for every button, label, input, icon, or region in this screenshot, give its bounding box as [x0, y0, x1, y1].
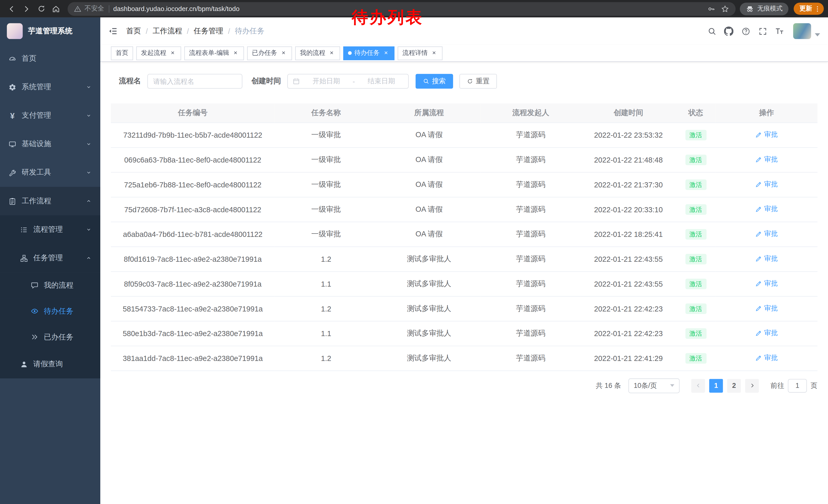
- edit-icon: [755, 305, 762, 312]
- approve-link[interactable]: 审批: [755, 328, 778, 338]
- approve-link[interactable]: 审批: [755, 155, 778, 164]
- sidebar-item-system[interactable]: 系统管理: [0, 73, 100, 101]
- tab-start-process[interactable]: 发起流程×: [136, 46, 181, 60]
- approve-link[interactable]: 审批: [755, 353, 778, 363]
- sidebar-item-leave-query[interactable]: 请假查询: [0, 350, 100, 378]
- fullscreen-button[interactable]: [754, 27, 771, 36]
- page-button-2[interactable]: 2: [727, 379, 741, 393]
- sitemap-icon: [20, 254, 28, 262]
- breadcrumb-home[interactable]: 首页: [126, 27, 141, 36]
- page-button-1[interactable]: 1: [709, 379, 723, 393]
- header-search-button[interactable]: [703, 27, 720, 36]
- tab-process-form-edit[interactable]: 流程表单-编辑×: [184, 46, 244, 60]
- avatar-caret-down-icon[interactable]: [815, 33, 820, 36]
- tab-todo-tasks[interactable]: 待办任务×: [343, 46, 395, 60]
- docs-help-button[interactable]: [737, 27, 754, 36]
- status-badge: 激活: [685, 254, 706, 264]
- chevron-down-icon: [86, 84, 92, 90]
- start-date-placeholder: 开始日期: [304, 77, 348, 86]
- omnibox-divider: [109, 5, 109, 12]
- approve-link[interactable]: 审批: [755, 229, 778, 239]
- col-starter: 流程发起人: [481, 103, 581, 123]
- browser-forward-button[interactable]: [19, 1, 34, 16]
- sidebar-item-process-management[interactable]: 流程管理: [0, 215, 100, 244]
- chevron-down-icon: [86, 170, 92, 176]
- tab-process-detail[interactable]: 流程详情×: [398, 46, 443, 60]
- prev-page-button[interactable]: [691, 379, 705, 393]
- chevron-up-icon: [86, 198, 92, 204]
- next-page-button[interactable]: [745, 379, 759, 393]
- bookmark-star-icon[interactable]: [721, 4, 729, 13]
- date-range-picker[interactable]: 开始日期 - 结束日期: [287, 74, 409, 89]
- font-size-button[interactable]: [771, 27, 788, 36]
- tool-icon: [8, 169, 16, 177]
- app-logo-row[interactable]: 芋道管理系统: [0, 17, 100, 44]
- breadcrumb-workflow[interactable]: 工作流程: [153, 27, 182, 36]
- sidebar-item-my-processes[interactable]: 我的流程: [0, 272, 100, 298]
- sidebar-collapse-button[interactable]: [108, 27, 118, 36]
- close-icon[interactable]: ×: [169, 49, 176, 57]
- table-row: 725a1eb6-7b88-11ec-8ef0-acde48001122一级审批…: [111, 172, 818, 197]
- reset-button[interactable]: 重置: [459, 74, 497, 89]
- edit-icon: [755, 205, 762, 213]
- breadcrumb-task-management[interactable]: 任务管理: [194, 27, 223, 36]
- page-unit-label: 页: [811, 381, 818, 390]
- create-time-label: 创建时间: [251, 77, 281, 86]
- goto-page-input[interactable]: [788, 379, 807, 393]
- edit-icon: [755, 330, 762, 336]
- browser-menu-icon[interactable]: [814, 5, 821, 12]
- sidebar-item-infrastructure[interactable]: 基础设施: [0, 130, 100, 158]
- close-icon[interactable]: ×: [382, 49, 389, 57]
- github-icon: [724, 27, 733, 36]
- page-content: 流程名 创建时间 开始日期 - 结束日期 搜索: [100, 62, 828, 504]
- col-actions: 操作: [716, 103, 818, 123]
- approve-link[interactable]: 审批: [755, 179, 778, 189]
- sidebar-item-todo-tasks[interactable]: 待办任务: [0, 298, 100, 324]
- status-badge: 激活: [685, 154, 706, 165]
- sidebar-item-task-management[interactable]: 任务管理: [0, 244, 100, 272]
- clipboard-icon: [8, 197, 16, 205]
- table-row: a6aba0a4-7b6d-11ec-b781-acde48001122一级审批…: [111, 222, 818, 246]
- approve-link[interactable]: 审批: [755, 279, 778, 288]
- close-icon[interactable]: ×: [430, 49, 438, 57]
- close-icon[interactable]: ×: [232, 49, 239, 57]
- process-name-input[interactable]: [147, 74, 242, 89]
- tab-my-processes[interactable]: 我的流程×: [295, 46, 340, 60]
- tab-done-tasks[interactable]: 已办任务×: [247, 46, 292, 60]
- close-icon[interactable]: ×: [280, 49, 287, 57]
- browser-update-button[interactable]: 更新: [794, 3, 824, 15]
- sidebar-item-dev-tools[interactable]: 研发工具: [0, 158, 100, 187]
- tab-home[interactable]: 首页: [111, 46, 133, 60]
- sidebar-item-workflow[interactable]: 工作流程: [0, 187, 100, 215]
- table-row: 8f0d1619-7ac8-11ec-a9e2-a2380e71991a1.2测…: [111, 246, 818, 271]
- github-link[interactable]: [720, 27, 737, 36]
- address-bar[interactable]: 不安全 dashboard.yudao.iocoder.cn/bpm/task/…: [68, 2, 736, 16]
- table-row: 8f059c03-7ac8-11ec-a9e2-a2380e71991a1.1测…: [111, 271, 818, 296]
- sidebar-item-done-tasks[interactable]: 已办任务: [0, 324, 100, 350]
- search-button[interactable]: 搜索: [416, 74, 453, 89]
- sidebar-item-home[interactable]: 首页: [0, 44, 100, 73]
- table-row: 58154733-7ac8-11ec-a9e2-a2380e71991a1.2测…: [111, 296, 818, 321]
- approve-link[interactable]: 审批: [755, 130, 778, 139]
- edit-icon: [755, 280, 762, 287]
- status-badge: 激活: [685, 328, 706, 338]
- chevron-down-icon: [86, 141, 92, 147]
- approve-link[interactable]: 审批: [755, 254, 778, 264]
- browser-reload-button[interactable]: [34, 1, 49, 16]
- dashboard-icon: [8, 55, 16, 62]
- user-avatar[interactable]: [793, 23, 811, 39]
- end-date-placeholder: 结束日期: [359, 77, 404, 86]
- table-row: 580e1b3d-7ac8-11ec-a9e2-a2380e71991a1.1测…: [111, 321, 818, 346]
- sidebar-item-payment[interactable]: ¥ 支付管理: [0, 101, 100, 130]
- approve-link[interactable]: 审批: [755, 304, 778, 313]
- browser-home-button[interactable]: [48, 1, 64, 16]
- table-header-row: 任务编号 任务名称 所属流程 流程发起人 创建时间 状态 操作: [111, 103, 818, 123]
- approve-link[interactable]: 审批: [755, 204, 778, 214]
- close-icon[interactable]: ×: [328, 49, 335, 57]
- col-create-time: 创建时间: [581, 103, 676, 123]
- browser-back-button[interactable]: [4, 1, 19, 16]
- password-key-icon[interactable]: [707, 4, 716, 13]
- col-task-id: 任务编号: [111, 103, 275, 123]
- page-size-select[interactable]: 10条/页: [628, 378, 680, 393]
- status-badge: 激活: [685, 278, 706, 289]
